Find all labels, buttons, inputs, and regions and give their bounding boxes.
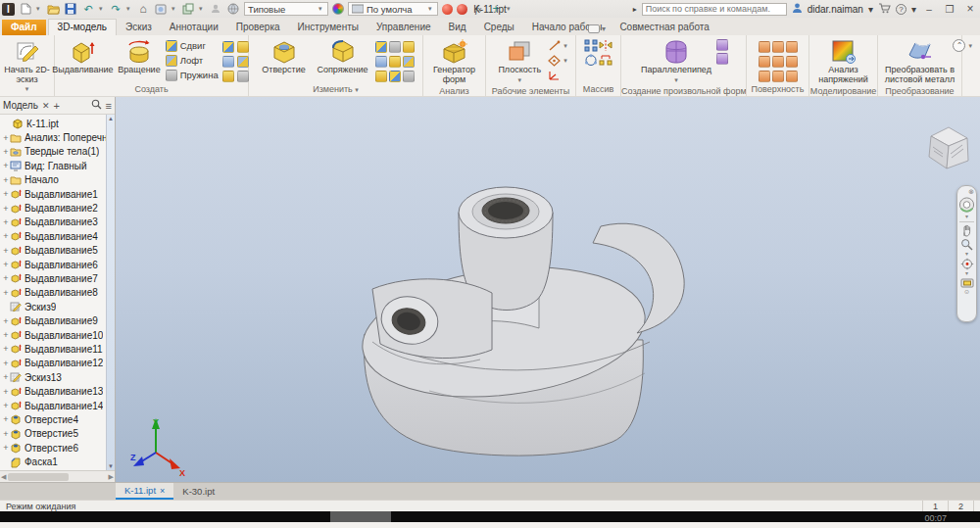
tree-expander[interactable]: + — [2, 273, 10, 283]
part-model-3d[interactable] — [116, 97, 980, 482]
home-icon[interactable]: ⌂ — [136, 2, 150, 16]
tree-expander[interactable]: + — [2, 330, 10, 340]
ribbon-tab-2[interactable]: Эскиз — [117, 20, 161, 35]
tree-item-Фаска2[interactable]: Фаска2 — [0, 469, 115, 470]
freeform-face-icon[interactable] — [716, 39, 728, 51]
thicken-tool-icon[interactable] — [403, 56, 415, 68]
freeform-convert-icon[interactable] — [716, 53, 728, 65]
tree-expander[interactable]: + — [2, 147, 10, 157]
ribbon-display-options[interactable]: ▾ — [588, 24, 606, 33]
web-icon[interactable] — [226, 2, 240, 16]
tree-item-Выдавливание13[interactable]: +Выдавливание13 — [0, 384, 115, 398]
zoom-tool-icon[interactable] — [958, 238, 975, 251]
unwrap-tool-icon[interactable] — [237, 71, 249, 82]
offset-tool-icon[interactable] — [786, 56, 798, 68]
tree-item-Выдавливание8[interactable]: +Выдавливание8 — [0, 286, 115, 300]
save-icon[interactable] — [64, 2, 77, 16]
document-tab-K-11.ipt[interactable]: K-11.ipt× — [116, 483, 173, 500]
tree-item-Выдавливание10[interactable]: +Выдавливание10 — [0, 328, 115, 342]
hole-button[interactable]: Отверстие — [257, 37, 312, 76]
tree-item-Твердые тела(1)[interactable]: +Твердые тела(1) — [0, 145, 115, 159]
new-file-icon[interactable] — [19, 2, 32, 16]
loft-button[interactable]: Лофт — [166, 54, 219, 67]
browser-add-tab-icon[interactable]: + — [53, 100, 59, 112]
render-dropdown[interactable]: ▾ — [172, 5, 177, 13]
draft-tool-icon[interactable] — [389, 41, 401, 53]
sweep-button[interactable]: Сдвиг — [166, 39, 219, 52]
tree-item-Выдавливание12[interactable]: +Выдавливание12 — [0, 357, 115, 370]
coil-button[interactable]: Пружина — [166, 69, 219, 81]
shape-generator-button[interactable]: Генератор форм — [425, 37, 483, 85]
trim-tool-icon[interactable] — [772, 56, 784, 68]
pan-tool-icon[interactable] — [958, 224, 975, 237]
search-expand-arrow[interactable]: ▸ — [633, 5, 637, 14]
boundary-tool-icon[interactable] — [759, 56, 770, 68]
restore-button[interactable]: ❐ — [942, 2, 957, 16]
switch-window-dropdown[interactable]: ▾ — [199, 5, 205, 13]
tree-item-Выдавливание3[interactable]: +Выдавливание3 — [0, 216, 115, 229]
tree-item-Выдавливание9[interactable]: +Выдавливание9 — [0, 313, 115, 327]
tree-expander[interactable]: + — [2, 231, 10, 241]
copy-object-tool-icon[interactable] — [389, 71, 401, 82]
tree-expander[interactable]: + — [2, 204, 10, 214]
tree-item-Выдавливание5[interactable]: +Выдавливание5 — [0, 244, 115, 258]
revolve-button[interactable]: Вращение — [116, 37, 162, 76]
browser-search-icon[interactable] — [91, 99, 102, 112]
ruled-surface-tool-icon[interactable] — [786, 71, 798, 82]
document-tab-close-icon[interactable]: × — [160, 486, 165, 496]
parameters-fx-icon[interactable]: fx — [471, 2, 485, 16]
tree-expander[interactable]: + — [2, 372, 10, 382]
tree-expander[interactable]: + — [2, 429, 10, 439]
import-tool-icon[interactable] — [237, 56, 249, 68]
tree-item-Выдавливание14[interactable]: +Выдавливание14 — [0, 399, 115, 412]
rib-tool-icon[interactable] — [222, 71, 234, 82]
tree-expander[interactable]: + — [2, 189, 10, 199]
global-update-icon[interactable] — [457, 4, 467, 15]
redo-dropdown[interactable]: ▾ — [126, 5, 132, 13]
redo-icon[interactable]: ↷ — [109, 2, 122, 16]
ribbon-tab-3[interactable]: Аннотации — [161, 20, 227, 35]
start-2d-sketch-button[interactable]: Начать 2D-эскиз▾ — [2, 37, 52, 95]
stitch-tool-icon[interactable] — [759, 41, 770, 53]
axis-button[interactable]: ▾ — [548, 39, 567, 52]
group-label-modify[interactable]: Изменить ▾ — [249, 83, 422, 96]
tree-expander[interactable]: + — [2, 260, 10, 269]
styles-dropdown[interactable]: Типовые▾ — [244, 2, 328, 16]
navigation-wheel[interactable] — [958, 196, 975, 214]
convert-sheet-metal-button[interactable]: Преобразовать в листовой металл — [880, 37, 959, 85]
ribbon-tab-5[interactable]: Инструменты — [289, 20, 368, 35]
tree-expander[interactable]: + — [2, 414, 10, 424]
tree-item-Выдавливание11[interactable]: +Выдавливание11 — [0, 342, 115, 356]
thread-tool-icon[interactable] — [403, 41, 415, 53]
shell-tool-icon[interactable] — [375, 41, 387, 53]
circular-pattern-icon[interactable] — [584, 53, 598, 71]
tree-item-К-11.ipt[interactable]: К-11.ipt — [0, 117, 115, 130]
look-at-tool-icon[interactable] — [958, 277, 975, 289]
fillet-button[interactable]: Сопряжение — [315, 37, 371, 76]
help-search-input[interactable] — [642, 3, 787, 16]
tree-expander[interactable]: + — [2, 443, 10, 453]
switch-window-icon[interactable] — [181, 2, 195, 16]
emboss-tool-icon[interactable] — [222, 41, 234, 53]
orbit-dropdown[interactable]: ▾ — [965, 271, 968, 276]
tree-expander[interactable]: + — [2, 217, 10, 227]
ucs-button[interactable] — [548, 69, 567, 81]
user-menu-dropdown[interactable]: ▾ — [868, 4, 873, 15]
new-file-dropdown[interactable]: ▾ — [36, 5, 42, 13]
tree-expander[interactable]: + — [2, 316, 10, 326]
delete-face-tool-icon[interactable] — [403, 71, 415, 82]
color-wheel-icon[interactable] — [332, 3, 344, 15]
sketch-driven-pattern-icon[interactable] — [599, 53, 612, 71]
tree-item-Отверстие6[interactable]: +Отверстие6 — [0, 441, 115, 455]
tree-item-Фаска1[interactable]: Фаска1 — [0, 455, 115, 468]
zoom-dropdown[interactable]: ▾ — [965, 252, 968, 257]
ribbon-tab-10[interactable]: Совместная работа — [611, 20, 718, 35]
tree-item-Вид: Главный[interactable]: +Вид: Главный — [0, 159, 115, 172]
point-button[interactable]: ▾ — [548, 54, 567, 67]
tree-item-Выдавливание1[interactable]: +Выдавливание1 — [0, 187, 115, 201]
ribbon-tab-0[interactable]: Файл — [2, 20, 46, 35]
tree-item-Эскиз13[interactable]: +Эскиз13 — [0, 370, 115, 384]
browser-menu-icon[interactable]: ≡ — [106, 100, 112, 112]
tree-expander[interactable]: + — [2, 344, 10, 354]
decal-tool-icon[interactable] — [222, 56, 234, 68]
